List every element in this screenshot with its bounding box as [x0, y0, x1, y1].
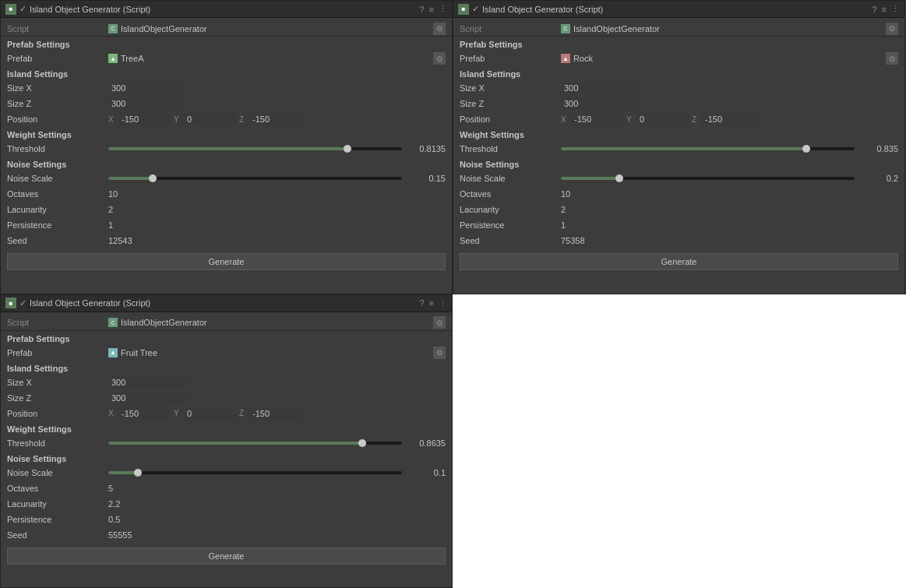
seed-row: Seed 12543	[1, 233, 452, 248]
prefab-select-btn[interactable]: ⊙	[433, 347, 446, 359]
script-select-btn[interactable]: ⊙	[433, 23, 446, 35]
checkbox[interactable]: ✓	[19, 4, 26, 14]
prefab-label: Prefab	[7, 54, 108, 63]
prefab-field: ▲ Rock ⊙	[561, 52, 898, 65]
generate-button[interactable]: Generate	[7, 548, 446, 565]
more-icon[interactable]: ⋮	[439, 4, 447, 14]
generate-button[interactable]: Generate	[7, 253, 446, 270]
pos-x-input[interactable]	[571, 113, 624, 125]
pos-z-input[interactable]	[702, 113, 755, 125]
prefab-name: Rock	[573, 54, 883, 63]
panel-panel2: ■ ✓ Island Object Generator (Script) ? ≡…	[453, 0, 905, 294]
noise-scale-slider-fill	[108, 177, 153, 180]
help-icon[interactable]: ?	[419, 298, 424, 308]
script-name: IslandObjectGenerator	[121, 24, 207, 33]
pos-z-input[interactable]	[249, 407, 302, 420]
more-icon[interactable]: ⋮	[439, 298, 447, 308]
threshold-row: Threshold 0.8135	[1, 141, 452, 157]
size-x-input[interactable]	[108, 82, 186, 94]
z-axis-label: Z	[692, 115, 700, 124]
settings-icon[interactable]: ≡	[429, 5, 434, 14]
pos-x-input[interactable]	[118, 113, 171, 125]
checkbox[interactable]: ✓	[19, 298, 26, 308]
octaves-row: Octaves 10	[1, 186, 452, 202]
pos-y-input[interactable]	[636, 113, 689, 125]
position-group: X Y Z	[561, 113, 898, 125]
size-x-row: Size X	[1, 80, 452, 96]
noise-scale-row: Noise Scale 0.15	[1, 171, 452, 186]
script-select-btn[interactable]: ⊙	[886, 23, 898, 35]
pos-y-input[interactable]	[184, 407, 237, 420]
pos-z-input[interactable]	[249, 113, 302, 125]
size-z-input[interactable]	[108, 97, 186, 110]
weight-settings-header: Weight Settings	[1, 127, 452, 141]
octaves-value: 5	[108, 484, 113, 493]
size-x-input[interactable]	[108, 376, 186, 389]
noise-scale-slider-thumb[interactable]	[134, 469, 142, 477]
noise-scale-slider-track[interactable]	[108, 177, 402, 180]
settings-icon[interactable]: ≡	[429, 298, 434, 308]
header-actions: ? ≡ ⋮	[872, 4, 900, 14]
threshold-slider-thumb[interactable]	[802, 145, 810, 153]
script-file-icon: C	[561, 24, 570, 33]
pos-y-input[interactable]	[184, 113, 237, 125]
script-value: C IslandObjectGenerator ⊙	[108, 316, 446, 329]
noise-scale-row: Noise Scale 0.1	[1, 465, 452, 481]
noise-scale-slider-track[interactable]	[561, 177, 855, 180]
script-label: Script	[7, 24, 108, 33]
threshold-label: Threshold	[7, 144, 108, 153]
noise-scale-slider-thumb[interactable]	[149, 174, 157, 182]
settings-icon[interactable]: ≡	[882, 5, 887, 14]
panel-icon: ■	[5, 4, 16, 15]
threshold-value: 0.835	[859, 144, 898, 153]
noise-scale-value: 0.15	[407, 174, 446, 183]
prefab-icon: ▲	[561, 54, 570, 63]
seed-label: Seed	[7, 236, 108, 245]
persistence-label: Persistence	[460, 220, 561, 230]
panel-body: Script C IslandObjectGenerator ⊙ Prefab …	[453, 18, 904, 278]
help-icon[interactable]: ?	[872, 5, 876, 14]
lacunarity-value: 2	[561, 205, 566, 214]
lacunarity-label: Lacunarity	[7, 205, 108, 214]
size-z-input[interactable]	[108, 392, 186, 404]
noise-scale-slider-thumb[interactable]	[615, 174, 623, 182]
position-group: X Y Z	[108, 113, 446, 125]
size-z-input[interactable]	[561, 97, 639, 110]
position-label: Position	[7, 409, 108, 418]
help-icon[interactable]: ?	[419, 5, 424, 14]
pos-x-input[interactable]	[118, 407, 171, 420]
threshold-slider-track[interactable]	[108, 147, 402, 150]
position-row: Position X Y Z	[453, 111, 904, 127]
octaves-value: 10	[561, 189, 570, 199]
prefab-select-btn[interactable]: ⊙	[886, 52, 898, 65]
threshold-slider-thumb[interactable]	[358, 439, 366, 447]
size-x-input[interactable]	[561, 82, 639, 94]
threshold-label: Threshold	[460, 144, 561, 153]
threshold-slider-fill	[108, 147, 347, 150]
threshold-slider-thumb[interactable]	[344, 145, 351, 153]
threshold-slider-track[interactable]	[108, 442, 402, 445]
lacunarity-row: Lacunarity 2	[1, 202, 452, 217]
noise-scale-slider-track[interactable]	[108, 471, 402, 474]
checkbox[interactable]: ✓	[472, 4, 479, 14]
prefab-select-btn[interactable]: ⊙	[433, 52, 446, 65]
size-x-row: Size X	[453, 80, 904, 96]
script-select-btn[interactable]: ⊙	[433, 316, 446, 329]
prefab-settings-header: Prefab Settings	[453, 37, 904, 51]
panel-header: ■ ✓ Island Object Generator (Script) ? ≡…	[453, 1, 904, 18]
x-axis-label: X	[561, 115, 569, 124]
x-axis-label: X	[108, 409, 116, 417]
generate-button[interactable]: Generate	[460, 253, 898, 270]
size-z-label: Size Z	[7, 99, 108, 108]
threshold-label: Threshold	[7, 438, 108, 448]
more-icon[interactable]: ⋮	[891, 4, 900, 14]
noise-scale-slider-fill	[561, 177, 619, 180]
prefab-settings-header: Prefab Settings	[1, 331, 452, 345]
panel-panel1: ■ ✓ Island Object Generator (Script) ? ≡…	[0, 0, 453, 294]
size-x-row: Size X	[1, 375, 452, 390]
panel-icon: ■	[5, 298, 16, 308]
threshold-slider-track[interactable]	[561, 147, 855, 150]
seed-value: 12543	[108, 236, 132, 245]
persistence-value: 1	[108, 220, 113, 230]
position-group: X Y Z	[108, 407, 446, 420]
